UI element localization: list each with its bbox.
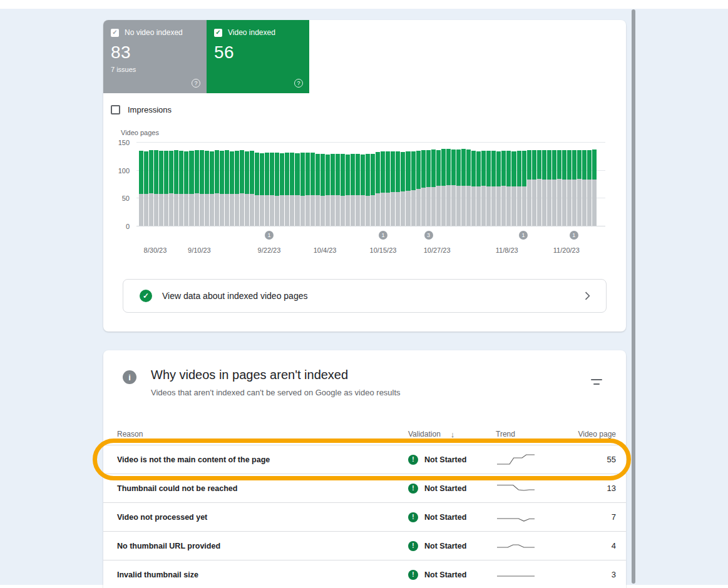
stacked-bar	[577, 150, 582, 226]
bar-segment-indexed	[320, 154, 325, 196]
bar-segment-not-indexed	[205, 194, 209, 226]
annotation-marker[interactable]: 3	[424, 231, 433, 240]
stacked-bar	[265, 153, 269, 226]
indexed-stat-box[interactable]: ✓ Video indexed 56 ?	[207, 20, 309, 93]
bar-segment-indexed	[562, 150, 567, 180]
bar-segment-not-indexed	[200, 194, 204, 226]
stacked-bar	[215, 150, 219, 226]
issue-validation: !Not Started	[408, 570, 496, 580]
bar-segment-not-indexed	[240, 193, 244, 226]
bar-segment-indexed	[260, 153, 264, 195]
indexed-checkbox[interactable]: ✓	[214, 29, 222, 37]
bar-segment-not-indexed	[527, 180, 531, 226]
help-icon[interactable]: ?	[294, 79, 303, 88]
stacked-bar	[506, 151, 511, 226]
annotation-marker[interactable]: 1	[570, 231, 578, 240]
bar-segment-not-indexed	[577, 179, 582, 226]
not-indexed-checkbox[interactable]: ✓	[111, 29, 119, 37]
bar-segment-indexed	[406, 151, 410, 191]
stacked-bar	[275, 153, 279, 226]
stacked-bar	[537, 150, 541, 226]
not-started-icon: !	[408, 484, 418, 494]
bar-segment-not-indexed	[552, 180, 556, 226]
not-indexed-header: ✓ No video indexed	[111, 28, 199, 37]
help-icon[interactable]: ?	[192, 79, 200, 88]
x-tick-label: 10/4/23	[314, 246, 337, 254]
bar-segment-indexed	[220, 151, 224, 194]
not-indexed-stat-box[interactable]: ✓ No video indexed 83 7 issues ?	[103, 20, 207, 93]
column-header-trend[interactable]: Trend	[496, 430, 572, 438]
annotation-marker[interactable]: 1	[519, 231, 528, 240]
stacked-bar	[200, 150, 204, 226]
stacked-bar	[315, 154, 320, 226]
view-data-banner[interactable]: ✓ View data about indexed video pages	[123, 279, 607, 313]
bar-segment-not-indexed	[532, 180, 536, 226]
issue-row[interactable]: Invalid thumbnail size!Not Started3	[103, 560, 626, 588]
bar-segment-indexed	[139, 151, 143, 194]
bar-segment-not-indexed	[511, 186, 516, 226]
stacked-bar	[491, 151, 496, 226]
not-started-icon: !	[408, 455, 418, 465]
issue-row[interactable]: No thumbnail URL provided!Not Started4	[103, 531, 626, 560]
bar-segment-not-indexed	[169, 193, 173, 226]
bar-segment-not-indexed	[290, 195, 294, 226]
bar-segment-not-indexed	[436, 186, 441, 226]
annotation-marker[interactable]: 1	[265, 231, 274, 240]
bar-segment-indexed	[144, 151, 148, 194]
issue-trend	[496, 568, 572, 582]
issue-row[interactable]: Video not processed yet!Not Started7	[103, 502, 626, 531]
stacked-bar	[376, 152, 380, 226]
bar-segment-indexed	[235, 151, 239, 194]
stacked-bar	[456, 150, 461, 226]
stacked-bar	[411, 151, 416, 226]
info-icon: i	[123, 370, 136, 384]
table-header-row: Reason Validation ↓ Trend Video page	[103, 423, 626, 445]
bar-segment-indexed	[491, 151, 496, 186]
bar-segment-not-indexed	[300, 196, 305, 226]
bar-segment-not-indexed	[351, 195, 355, 226]
bar-segment-not-indexed	[305, 195, 310, 226]
bar-segment-not-indexed	[421, 188, 426, 226]
column-header-video-page[interactable]: Video page	[572, 430, 616, 438]
column-header-validation[interactable]: Validation ↓	[408, 430, 496, 439]
bar-segment-indexed	[446, 149, 451, 185]
vertical-scrollbar[interactable]	[632, 9, 635, 584]
bar-segment-indexed	[195, 150, 199, 193]
bar-segment-indexed	[577, 150, 582, 180]
bar-segment-not-indexed	[250, 194, 254, 226]
indexed-count: 56	[214, 43, 302, 63]
bar-segment-indexed	[275, 153, 279, 196]
issues-subtitle: Videos that aren't indexed can't be serv…	[151, 388, 401, 397]
issue-row[interactable]: Video is not the main content of the pag…	[103, 445, 626, 474]
page: ✓ No video indexed 83 7 issues ? ✓ Video…	[0, 0, 728, 588]
stacked-bar	[481, 151, 486, 226]
issue-row[interactable]: Thumbnail could not be reached!Not Start…	[103, 474, 626, 502]
stacked-bar	[336, 154, 340, 226]
column-header-reason[interactable]: Reason	[117, 430, 408, 438]
filter-icon[interactable]	[591, 379, 602, 385]
bar-segment-indexed	[401, 152, 405, 191]
validation-status: Not Started	[424, 542, 466, 550]
bar-segment-indexed	[532, 150, 536, 180]
bar-segment-indexed	[159, 151, 163, 194]
issue-reason: Video not processed yet	[117, 513, 408, 522]
stacked-bar	[451, 150, 456, 226]
bar-segment-indexed	[391, 151, 395, 192]
bar-segment-indexed	[441, 149, 446, 186]
stacked-bar	[426, 150, 431, 226]
bar-segment-indexed	[376, 152, 380, 193]
stacked-bar	[532, 150, 536, 226]
bar-segment-indexed	[506, 151, 511, 186]
bar-segment-not-indexed	[315, 195, 320, 226]
bar-segment-not-indexed	[361, 195, 365, 226]
bar-segment-indexed	[542, 150, 546, 180]
impressions-toggle[interactable]: Impressions	[111, 105, 172, 114]
impressions-checkbox[interactable]	[111, 105, 120, 114]
bar-segment-not-indexed	[567, 180, 572, 226]
stacked-bar	[501, 151, 506, 226]
stacked-bar	[366, 154, 370, 226]
annotation-marker[interactable]: 1	[379, 231, 387, 240]
bar-segment-not-indexed	[506, 186, 511, 226]
stacked-bar	[461, 149, 466, 226]
bar-segment-indexed	[315, 154, 320, 195]
